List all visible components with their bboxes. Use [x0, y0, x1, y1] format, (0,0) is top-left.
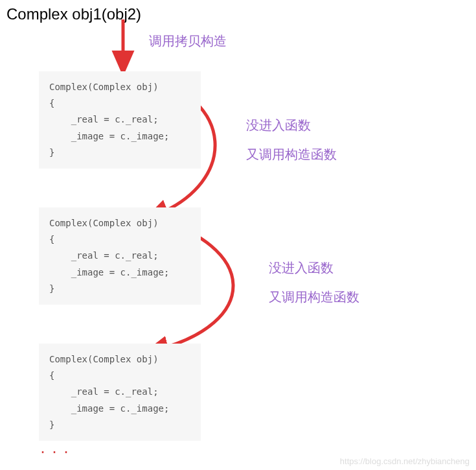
- code-line: Complex(Complex obj): [49, 218, 159, 228]
- code-line: Complex(Complex obj): [49, 82, 159, 92]
- code-line: _real = c._real;: [49, 386, 159, 397]
- annotation-not-entered-1: 没进入函数: [246, 117, 311, 134]
- annotation-call-again-2: 又调用构造函数: [269, 288, 359, 306]
- code-line: _image = c._image;: [49, 403, 169, 414]
- code-line: _real = c._real;: [49, 250, 159, 261]
- code-line: _image = c._image;: [49, 267, 169, 277]
- watermark: https://blog.csdn.net/zhybiancheng: [340, 456, 470, 466]
- ellipsis-continuation: ...: [39, 441, 74, 456]
- annotation-not-entered-2: 没进入函数: [269, 259, 334, 277]
- code-line: _image = c._image;: [49, 131, 169, 141]
- code-block-1: Complex(Complex obj) { _real = c._real; …: [39, 71, 201, 169]
- code-block-2: Complex(Complex obj) { _real = c._real; …: [39, 207, 201, 305]
- code-line: {: [49, 370, 54, 381]
- code-line: {: [49, 98, 54, 108]
- diagram-title: Complex obj1(obj2): [6, 5, 141, 23]
- code-line: Complex(Complex obj): [49, 354, 159, 364]
- code-line: }: [49, 283, 54, 294]
- code-line: _real = c._real;: [49, 114, 159, 124]
- code-line: }: [49, 147, 54, 158]
- annotation-call-copy-constructor: 调用拷贝构造: [149, 32, 227, 50]
- code-block-3: Complex(Complex obj) { _real = c._real; …: [39, 344, 201, 441]
- code-line: {: [49, 234, 54, 244]
- annotation-call-again-1: 又调用构造函数: [246, 146, 337, 163]
- code-line: }: [49, 419, 54, 430]
